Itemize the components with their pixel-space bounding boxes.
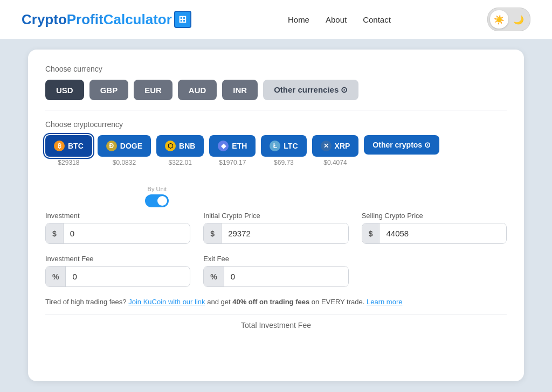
selling-price-input[interactable] — [380, 223, 506, 243]
selling-price-prefix: $ — [362, 223, 380, 243]
investment-group: By Unit Investment $ — [45, 186, 190, 244]
logo-crypto: Crypto — [22, 11, 67, 28]
btc-wrap: ₿ BTC $29318 — [45, 135, 92, 166]
crypto-eth[interactable]: ◆ ETH — [209, 135, 256, 157]
promo-text1: Tired of high trading fees? — [45, 298, 127, 306]
crypto-other[interactable]: Other cryptos ⊙ — [364, 135, 439, 155]
promo-kucoin-link[interactable]: Join KuCoin with our link — [128, 298, 205, 306]
promo-learn-more-link[interactable]: Learn more — [367, 298, 402, 306]
promo-bar: Tired of high trading fees? Join KuCoin … — [45, 297, 507, 307]
bnb-icon: ⬡ — [165, 141, 176, 151]
logo-profit: Profit — [67, 11, 104, 28]
eth-price: $1970.17 — [219, 159, 246, 166]
invest-fee-input[interactable] — [66, 267, 190, 286]
exit-fee-input[interactable] — [224, 267, 348, 286]
promo-text2: and get — [207, 298, 230, 306]
ltc-icon: Ł — [270, 141, 280, 151]
logo: CryptoProfitCalculator ⊞ — [22, 11, 191, 28]
currency-other[interactable]: Other currencies ⊙ — [263, 80, 358, 100]
eth-icon: ◆ — [218, 141, 229, 151]
crypto-bnb[interactable]: ⬡ BNB — [156, 135, 204, 157]
nav-home-link[interactable]: Home — [288, 15, 309, 24]
btc-price: $29318 — [58, 159, 79, 166]
eth-wrap: ◆ ETH $1970.17 — [209, 135, 256, 166]
investment-label: Investment — [45, 212, 80, 220]
nav-about-link[interactable]: About — [326, 15, 347, 24]
exit-fee-input-wrap: % — [203, 266, 348, 287]
xrp-price: $0.4074 — [323, 159, 347, 166]
navbar: CryptoProfitCalculator ⊞ Home About Cont… — [0, 0, 552, 39]
theme-dark-button[interactable]: 🌙 — [509, 10, 528, 29]
exit-fee-group: Exit Fee % — [203, 255, 348, 287]
currency-inr[interactable]: INR — [222, 80, 258, 100]
xrp-icon: ✕ — [321, 141, 332, 151]
btc-icon: ₿ — [54, 141, 65, 151]
exit-fee-prefix: % — [204, 267, 224, 286]
by-unit-toggle[interactable] — [145, 194, 169, 207]
empty-cell — [362, 255, 507, 287]
ltc-price: $69.73 — [274, 159, 294, 166]
other-crypto-wrap: Other cryptos ⊙ — [364, 135, 439, 155]
divider-1 — [45, 110, 507, 110]
selling-price-input-wrap: $ — [362, 223, 507, 244]
currency-gbp[interactable]: GBP — [89, 80, 129, 100]
initial-price-group: Initial Crypto Price $ — [203, 212, 348, 244]
initial-price-label: Initial Crypto Price — [203, 212, 348, 220]
doge-price: $0.0832 — [113, 159, 136, 166]
doge-wrap: Ð DOGE $0.0832 — [98, 135, 151, 166]
bnb-price: $322.01 — [168, 159, 191, 166]
by-unit-wrap: By Unit — [145, 186, 169, 207]
nav-links: Home About Contact — [288, 15, 391, 24]
calculator-card: Choose currency USD GBP EUR AUD INR Othe… — [28, 50, 524, 381]
currency-aud[interactable]: AUD — [178, 80, 217, 100]
currency-row: USD GBP EUR AUD INR Other currencies ⊙ — [45, 80, 507, 100]
investment-input[interactable] — [64, 223, 190, 243]
crypto-ltc[interactable]: Ł LTC — [261, 135, 306, 157]
invest-fee-group: Investment Fee % — [45, 255, 190, 287]
bnb-wrap: ⬡ BNB $322.01 — [156, 135, 204, 166]
theme-light-button[interactable]: ☀️ — [490, 10, 508, 29]
exit-fee-label: Exit Fee — [203, 255, 348, 263]
inputs-row-1: By Unit Investment $ Ini — [45, 186, 507, 244]
total-label: Total Investment Fee — [45, 314, 507, 330]
invest-fee-prefix: % — [46, 267, 66, 286]
investment-prefix: $ — [46, 223, 64, 243]
nav-contact-link[interactable]: Contact — [363, 15, 391, 24]
crypto-label: Choose cryptocurrency — [45, 120, 507, 129]
crypto-btc[interactable]: ₿ BTC — [45, 135, 92, 157]
xrp-wrap: ✕ XRP $0.4074 — [312, 135, 359, 166]
other-cryptos-label: Other cryptos ⊙ — [372, 141, 431, 149]
toggle-slider — [145, 194, 169, 207]
theme-toggle: ☀️ 🌙 — [487, 8, 530, 31]
currency-usd[interactable]: USD — [45, 80, 84, 100]
crypto-row: ₿ BTC $29318 Ð DOGE $0.0832 ⬡ BNB $322. — [45, 135, 507, 166]
selling-price-group: Selling Crypto Price $ — [362, 212, 507, 244]
currency-eur[interactable]: EUR — [134, 80, 172, 100]
logo-calculator-text: Calculator — [104, 11, 172, 28]
initial-price-prefix: $ — [204, 223, 222, 243]
selling-price-label: Selling Crypto Price — [362, 212, 507, 220]
currency-label: Choose currency — [45, 65, 507, 73]
initial-price-input-wrap: $ — [203, 223, 348, 244]
inputs-row-2: Investment Fee % Exit Fee % — [45, 255, 507, 287]
invest-fee-label: Investment Fee — [45, 255, 190, 263]
doge-icon: Ð — [106, 141, 117, 151]
crypto-doge[interactable]: Ð DOGE — [98, 135, 151, 157]
invest-fee-input-wrap: % — [45, 266, 190, 287]
investment-input-wrap: $ — [45, 223, 190, 244]
main-content: Choose currency USD GBP EUR AUD INR Othe… — [0, 39, 552, 392]
other-currencies-text: Other currencies ⊙ — [274, 85, 348, 95]
logo-icon: ⊞ — [174, 11, 191, 28]
crypto-xrp[interactable]: ✕ XRP — [312, 135, 359, 157]
initial-price-input[interactable] — [222, 223, 348, 243]
spacer — [45, 169, 507, 186]
promo-text3: on EVERY trade. — [312, 298, 365, 306]
promo-bold: 40% off on trading fees — [232, 298, 309, 306]
ltc-wrap: Ł LTC $69.73 — [261, 135, 306, 166]
by-unit-label: By Unit — [148, 186, 167, 192]
